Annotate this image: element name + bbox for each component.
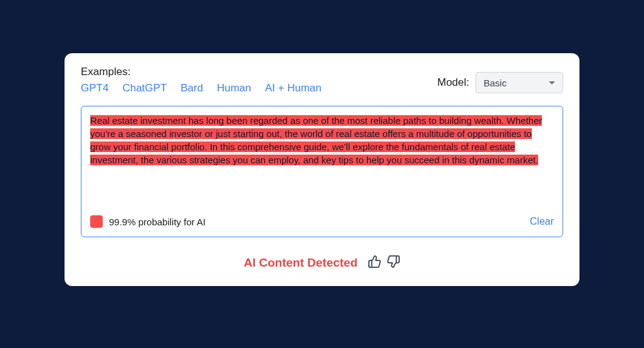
probability-badge: [90, 215, 103, 228]
thumbs-up-icon[interactable]: [368, 255, 382, 271]
probability-section: 99.9% probability for AI: [90, 215, 205, 228]
examples-label: Examples:: [81, 66, 321, 78]
highlighted-text: Real estate investment has long been reg…: [90, 115, 542, 165]
example-link-human[interactable]: Human: [217, 82, 251, 95]
model-section: Model: Basic: [437, 72, 563, 93]
model-select[interactable]: Basic: [475, 72, 563, 93]
text-content: Real estate investment has long been reg…: [90, 114, 554, 197]
example-link-ai-human[interactable]: AI + Human: [265, 82, 321, 95]
example-link-gpt4[interactable]: GPT4: [81, 82, 108, 95]
thumbs-down-icon[interactable]: [387, 255, 400, 271]
result-row: AI Content Detected: [81, 255, 563, 271]
text-input-container[interactable]: Real estate investment has long been reg…: [81, 106, 563, 237]
examples-links: GPT4 ChatGPT Bard Human AI + Human: [81, 82, 321, 95]
text-footer-row: 99.9% probability for AI Clear: [90, 215, 554, 228]
chevron-down-icon: [549, 81, 555, 84]
probability-text: 99.9% probability for AI: [109, 217, 205, 227]
header-row: Examples: GPT4 ChatGPT Bard Human AI + H…: [81, 66, 563, 95]
clear-button[interactable]: Clear: [530, 216, 554, 227]
example-link-chatgpt[interactable]: ChatGPT: [122, 82, 167, 95]
model-label: Model:: [437, 76, 469, 89]
model-selected-value: Basic: [484, 78, 507, 88]
examples-section: Examples: GPT4 ChatGPT Bard Human AI + H…: [81, 66, 321, 95]
detector-card: Examples: GPT4 ChatGPT Bard Human AI + H…: [65, 53, 579, 286]
example-link-bard[interactable]: Bard: [180, 82, 203, 95]
result-text: AI Content Detected: [244, 256, 358, 270]
feedback-icons: [368, 255, 400, 271]
